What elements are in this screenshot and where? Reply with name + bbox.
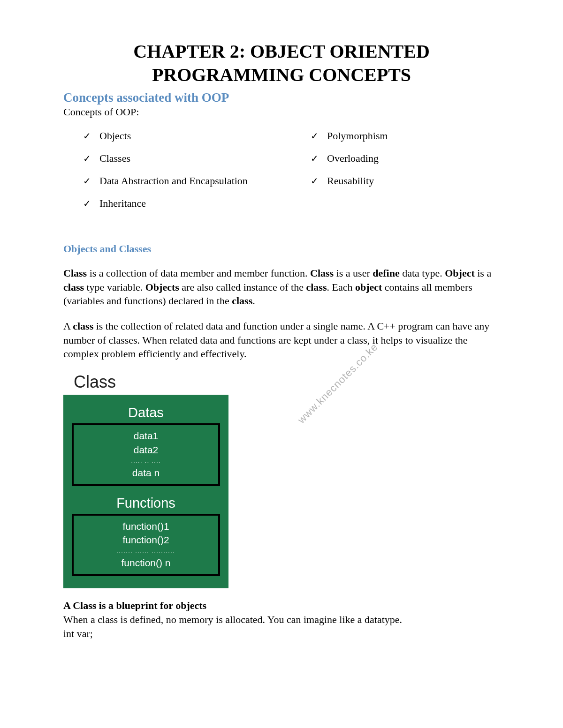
diagram-func-item: function() n [74, 556, 218, 570]
concept-item: ✓Reusability [291, 170, 500, 192]
section-heading-concepts: Concepts associated with OOP [63, 90, 500, 105]
concept-item: ✓Data Abstraction and Encapsulation [63, 170, 272, 192]
paragraph-1: Class is a collection of data member and… [63, 266, 500, 308]
concept-label: Inheritance [99, 197, 146, 210]
diagram-func-item: function()1 [74, 519, 218, 533]
concept-label: Objects [99, 130, 131, 142]
diagram-class-box: Datas data1 data2 ..... .. .... data n F… [63, 395, 228, 588]
check-icon: ✓ [311, 175, 319, 187]
blueprint-heading: A Class is a blueprint for objects [63, 600, 500, 612]
title-line-1: CHAPTER 2: OBJECT ORIENTED [133, 41, 430, 62]
diagram-class-label: Class [74, 372, 500, 392]
check-icon: ✓ [83, 175, 91, 187]
concepts-col-right: ✓Polymorphism ✓Overloading ✓Reusability [291, 125, 500, 215]
check-icon: ✓ [311, 130, 319, 142]
check-icon: ✓ [83, 130, 91, 142]
diagram-func-item: function()2 [74, 533, 218, 547]
diagram-functions-box: function()1 function()2 ....... ...... .… [72, 514, 220, 576]
paragraph-2: A class is the collection of related dat… [63, 319, 500, 361]
concept-item: ✓Inheritance [63, 192, 272, 215]
class-diagram: Class Datas data1 data2 ..... .. .... da… [63, 372, 500, 588]
concept-label: Reusability [327, 175, 374, 187]
diagram-functions-title: Functions [72, 495, 220, 511]
concept-label: Polymorphism [327, 130, 388, 142]
title-line-2: PROGRAMMING CONCEPTS [152, 64, 411, 85]
concept-item: ✓Polymorphism [291, 125, 500, 147]
diagram-dots: ....... ...... .......... [74, 548, 218, 555]
diagram-data-item: data n [74, 466, 218, 480]
diagram-data-item: data2 [74, 443, 218, 457]
concept-item: ✓Classes [63, 147, 272, 170]
concept-label: Data Abstraction and Encapsulation [99, 175, 248, 187]
concept-item: ✓Overloading [291, 147, 500, 170]
diagram-datas-title: Datas [72, 405, 220, 420]
concepts-list: ✓Objects ✓Classes ✓Data Abstraction and … [63, 125, 500, 215]
check-icon: ✓ [83, 198, 91, 209]
diagram-dots: ..... .. .... [74, 457, 218, 466]
blueprint-line-1: When a class is defined, no memory is al… [63, 613, 500, 627]
section-heading-objects-classes: Objects and Classes [63, 243, 500, 255]
chapter-title: CHAPTER 2: OBJECT ORIENTED PROGRAMMING C… [63, 40, 500, 87]
document-page: CHAPTER 2: OBJECT ORIENTED PROGRAMMING C… [63, 40, 500, 640]
concept-label: Overloading [327, 152, 379, 165]
diagram-data-item: data1 [74, 429, 218, 443]
blueprint-line-2: int var; [63, 627, 500, 641]
diagram-datas-box: data1 data2 ..... .. .... data n [72, 423, 220, 486]
concepts-subtext: Concepts of OOP: [63, 106, 500, 118]
concepts-col-left: ✓Objects ✓Classes ✓Data Abstraction and … [63, 125, 272, 215]
check-icon: ✓ [311, 153, 319, 164]
concept-label: Classes [99, 152, 130, 165]
check-icon: ✓ [83, 153, 91, 164]
concept-item: ✓Objects [63, 125, 272, 147]
